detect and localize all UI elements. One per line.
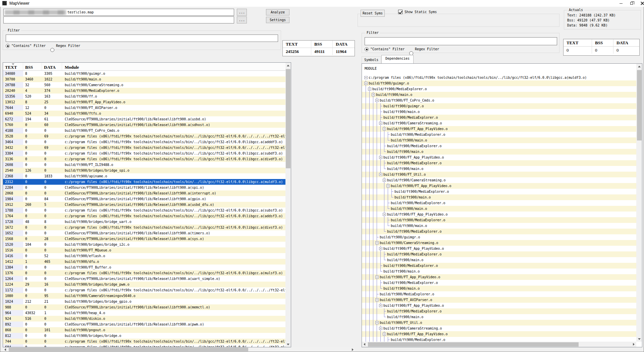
table-row[interactable]: 15201040build/ft900/bridges/bridge_i2c.o — [3, 242, 285, 247]
table-row[interactable]: 231200c:/program files (x86)/ftdi/ft90x … — [3, 179, 285, 185]
table-row[interactable]: 338400c:/program files (x86)/ftdi/ft90x … — [3, 151, 285, 156]
tree-row[interactable]: build/ft900/MediaExplorer.o — [362, 200, 636, 206]
map-file-path-input[interactable]: test\cleo.map — [3, 9, 234, 16]
collapse-toggle[interactable] — [382, 126, 386, 132]
tree-row[interactable]: build/ft900/main.o — [362, 109, 636, 115]
collapse-toggle[interactable] — [371, 92, 375, 98]
table-row[interactable]: 74400c:/program files (x86)/ftdi/ft90x t… — [3, 339, 285, 344]
collapse-toggle[interactable] — [368, 86, 371, 92]
tree-row[interactable]: build/ft900/FT_App_PlayVideo.o — [362, 274, 636, 280]
tree-row[interactable]: build/ft900/guimgr.o — [362, 103, 636, 109]
vscroll-thumb[interactable] — [637, 70, 642, 140]
tree-row[interactable]: build/ft900/FT_App_PlayVideo.o — [362, 212, 636, 217]
scroll-down-button[interactable] — [285, 342, 291, 347]
table-row[interactable]: 25401260build/ft900/bridges/bridge_spi.o — [3, 168, 285, 173]
left-regex-radio[interactable] — [50, 48, 54, 52]
column-header-bss[interactable]: BSS — [23, 63, 42, 70]
tree-row[interactable]: build/ft900/main.o — [362, 194, 636, 200]
table-row[interactable]: 15356520163build/ft900/ff.o — [3, 94, 285, 99]
table-row[interactable]: 627219461CleOSource/FT900Libraries/initi… — [3, 116, 285, 122]
tree-row[interactable]: build/ft900/MediaExplorer.o — [362, 263, 636, 269]
tree-row[interactable]: build/ft900/MediaExplorer.o — [362, 86, 636, 92]
table-row[interactable]: 7644120build/ft900/FT_AVIParser.o — [3, 105, 285, 111]
scroll-left-button[interactable] — [3, 347, 7, 352]
collapse-toggle[interactable] — [382, 212, 386, 217]
tree-row[interactable]: build/ft900/CameraStreaming.o — [362, 326, 636, 331]
collapse-toggle[interactable] — [379, 155, 382, 160]
table-row[interactable]: 260800build/ft900/FT_ILI9488.o — [3, 162, 285, 168]
tree-row[interactable]: build/ft900/main.o — [362, 269, 636, 274]
table-row[interactable]: 126400CleOSource/FT900Libraries/initial/… — [3, 276, 285, 282]
table-row[interactable]: 3432069c:/program files (x86)/ftdi/ft90x… — [3, 145, 285, 151]
table-row[interactable]: 137600c:/program files (x86)/ftdi/ft90x … — [3, 270, 285, 276]
table-row[interactable]: 165200CleOSource/FT900Libraries/initial/… — [3, 230, 285, 236]
collapse-toggle[interactable] — [375, 240, 379, 246]
table-row[interactable]: 1728488build/ft900/bridges/bridge_uart.o — [3, 219, 285, 225]
tree-row[interactable]: build/ft900/MediaExplorer.o — [362, 337, 636, 342]
tree-row[interactable]: build/ft900/guimgr.o — [362, 234, 636, 240]
table-row[interactable]: 13012825build/ft900/FT_App_PlayVideo.o — [3, 99, 285, 105]
hscroll-thumb[interactable] — [368, 342, 579, 347]
analyze-button[interactable]: Analyze — [266, 9, 289, 15]
tree-row[interactable]: build/ft900/main.o — [362, 257, 636, 263]
tree-row[interactable]: build/ft900/MediaExplorer.o — [362, 217, 636, 223]
tree-row[interactable]: build/ft900/MediaExplorer.o — [362, 143, 636, 149]
module-table-vscrollbar[interactable] — [285, 63, 291, 347]
table-row[interactable]: 9245160build/ft900/diskio.o — [3, 316, 285, 321]
tree-row[interactable]: build/ft900/FT_App_PlayVideo.o — [362, 331, 636, 337]
tree-row[interactable]: build/ft900/FT_Util.o — [362, 320, 636, 326]
tree-row[interactable]: build/ft900/CameraStreaming.o — [362, 177, 636, 183]
table-row[interactable]: 3528069c:/program files (x86)/ftdi/ft90x… — [3, 133, 285, 139]
tree-row[interactable]: build/ft900/main.o — [362, 206, 636, 212]
table-row[interactable]: 1568028CleOSource/FT900Libraries/initial… — [3, 236, 285, 242]
table-row[interactable]: 418800build/ft900/FT_CoPro_Cmds.o — [3, 128, 285, 133]
tree-row[interactable]: build/ft900/CameraStreaming.o — [362, 240, 636, 246]
hscroll-thumb[interactable] — [9, 348, 248, 351]
table-row[interactable]: 14121465build/ft900/dfu.o — [3, 259, 285, 265]
tree-row[interactable]: build/ft900/main.o — [362, 166, 636, 172]
tree-row[interactable]: build/ft900/main.o — [362, 223, 636, 229]
tree-row[interactable]: build/ft900/main.o — [362, 92, 636, 98]
collapse-toggle[interactable] — [375, 320, 379, 326]
table-row[interactable]: 694052434build/ft900/ftfs.o — [3, 111, 285, 116]
table-row[interactable]: 228400CleOSource/FT900Libraries/initial/… — [3, 185, 285, 190]
table-row[interactable]: 1984084CleOSource/FT900Libraries/initial… — [3, 196, 285, 202]
collapse-toggle[interactable] — [375, 297, 379, 303]
tree-row[interactable]: build/ft900/FT_App_PlayVideo.o — [362, 303, 636, 308]
left-hscrollbar[interactable] — [3, 347, 355, 352]
column-header-module[interactable]: Module — [62, 63, 285, 70]
table-row[interactable]: 68400c:/program files (x86)/ftdi/ft90x t… — [3, 344, 285, 347]
table-row[interactable]: 176400c:/program files (x86)/ftdi/ft90x … — [3, 213, 285, 219]
tree-row[interactable]: build/ft900/MediaExplorer.o — [362, 291, 636, 297]
tree-row[interactable]: build/ft900/FT_Util.o — [362, 172, 636, 177]
tree-row[interactable]: c:/program files (x86)/ftdi/ft90x toolch… — [362, 75, 636, 80]
collapse-toggle[interactable] — [375, 98, 379, 103]
collapse-toggle[interactable] — [379, 120, 382, 126]
tree-row[interactable]: build/ft900/MediaExplorer.o — [362, 229, 636, 234]
scroll-up-button[interactable] — [636, 64, 642, 69]
table-row[interactable]: 167200c:/program files (x86)/ftdi/ft90x … — [3, 225, 285, 230]
table-row[interactable]: 8680101build/ft900/pngout.o — [3, 327, 285, 333]
scroll-up-button[interactable] — [285, 63, 291, 68]
tree-row[interactable]: build/ft900/main.o — [362, 137, 636, 143]
table-row[interactable]: 2078832560build/ft900/CameraStreaming.o — [3, 82, 285, 88]
table-row[interactable]: 5760060CleOSource/FT900Libraries/initial… — [3, 122, 285, 128]
table-row[interactable]: 236801833build/ft900/apiname.o — [3, 173, 285, 179]
collapse-toggle[interactable] — [375, 274, 379, 280]
table-row[interactable]: 1080095build/ft900/CameraStreamingov5640… — [3, 293, 285, 299]
table-row[interactable]: 151600build/ft900/FT_MQueue.o — [3, 247, 285, 253]
tree-row[interactable]: build/ft900/main.o — [362, 286, 636, 291]
tree-row[interactable]: build/ft900/MediaExplorer.o — [362, 189, 636, 194]
collapse-toggle[interactable] — [379, 326, 382, 331]
collapse-toggle[interactable] — [379, 246, 382, 251]
browse-map-button[interactable]: ... — [237, 9, 247, 16]
tab-symbols[interactable]: Symbols — [362, 56, 381, 63]
collapse-toggle[interactable] — [382, 177, 386, 183]
collapse-toggle[interactable] — [386, 183, 390, 189]
table-row[interactable]: 117200c:/program files (x86)/ftdi/ft90x … — [3, 287, 285, 293]
table-row[interactable]: 98800CleOSource/FT900Libraries/initial/f… — [3, 304, 285, 310]
table-row[interactable]: 81200build/ft900/bridges/bridge.o — [3, 333, 285, 339]
settings-button[interactable]: Settings — [266, 17, 289, 23]
table-row[interactable]: 202404374build/ft900/MediaExplorer.o — [3, 88, 285, 94]
tree-row[interactable]: build/ft900/main.o — [362, 314, 636, 320]
